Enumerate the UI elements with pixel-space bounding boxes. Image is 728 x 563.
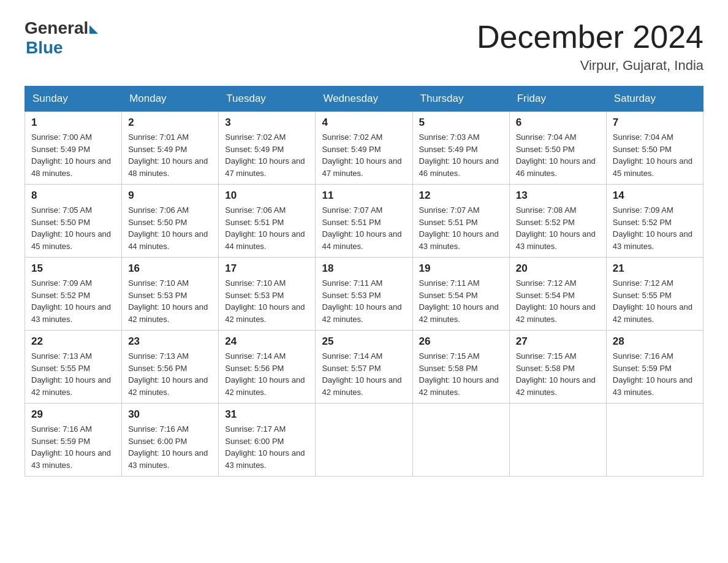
table-row: 26Sunrise: 7:15 AMSunset: 5:58 PMDayligh… <box>412 331 509 404</box>
day-info: Sunrise: 7:13 AMSunset: 5:55 PMDaylight:… <box>31 350 115 398</box>
day-info: Sunrise: 7:10 AMSunset: 5:53 PMDaylight:… <box>225 277 309 325</box>
day-number: 2 <box>128 117 212 129</box>
table-row: 30Sunrise: 7:16 AMSunset: 6:00 PMDayligh… <box>122 404 219 477</box>
day-number: 19 <box>419 262 503 275</box>
table-row: 29Sunrise: 7:16 AMSunset: 5:59 PMDayligh… <box>25 404 122 477</box>
day-number: 8 <box>31 190 115 202</box>
logo-arrow-icon <box>89 25 98 34</box>
day-info: Sunrise: 7:13 AMSunset: 5:56 PMDaylight:… <box>128 350 212 398</box>
day-number: 20 <box>516 262 600 275</box>
table-row: 27Sunrise: 7:15 AMSunset: 5:58 PMDayligh… <box>509 331 606 404</box>
location-subtitle: Virpur, Gujarat, India <box>477 58 703 74</box>
table-row: 13Sunrise: 7:08 AMSunset: 5:52 PMDayligh… <box>509 185 606 258</box>
table-row: 3Sunrise: 7:02 AMSunset: 5:49 PMDaylight… <box>219 112 316 185</box>
day-number: 31 <box>225 408 309 421</box>
day-number: 1 <box>31 117 115 129</box>
day-number: 24 <box>225 335 309 348</box>
table-row <box>509 404 606 477</box>
day-info: Sunrise: 7:15 AMSunset: 5:58 PMDaylight:… <box>419 350 503 398</box>
day-info: Sunrise: 7:01 AMSunset: 5:49 PMDaylight:… <box>128 131 212 179</box>
day-number: 15 <box>31 262 115 275</box>
table-row <box>316 404 412 477</box>
logo: General Blue <box>25 18 98 58</box>
day-info: Sunrise: 7:14 AMSunset: 5:57 PMDaylight:… <box>322 350 406 398</box>
day-info: Sunrise: 7:06 AMSunset: 5:51 PMDaylight:… <box>225 204 309 252</box>
day-info: Sunrise: 7:07 AMSunset: 5:51 PMDaylight:… <box>419 204 503 252</box>
day-info: Sunrise: 7:02 AMSunset: 5:49 PMDaylight:… <box>322 131 406 179</box>
day-number: 7 <box>613 117 697 129</box>
table-row: 23Sunrise: 7:13 AMSunset: 5:56 PMDayligh… <box>122 331 219 404</box>
day-number: 3 <box>225 117 309 129</box>
day-number: 4 <box>322 117 406 129</box>
calendar-week-row: 29Sunrise: 7:16 AMSunset: 5:59 PMDayligh… <box>25 404 703 477</box>
calendar-week-row: 8Sunrise: 7:05 AMSunset: 5:50 PMDaylight… <box>25 185 703 258</box>
calendar-week-row: 15Sunrise: 7:09 AMSunset: 5:52 PMDayligh… <box>25 258 703 331</box>
day-info: Sunrise: 7:15 AMSunset: 5:58 PMDaylight:… <box>516 350 600 398</box>
calendar-header-saturday: Saturday <box>606 86 703 112</box>
day-info: Sunrise: 7:16 AMSunset: 6:00 PMDaylight:… <box>128 423 212 471</box>
day-number: 14 <box>613 190 697 202</box>
day-number: 13 <box>516 190 600 202</box>
table-row: 31Sunrise: 7:17 AMSunset: 6:00 PMDayligh… <box>219 404 316 477</box>
day-number: 25 <box>322 335 406 348</box>
table-row: 4Sunrise: 7:02 AMSunset: 5:49 PMDaylight… <box>316 112 412 185</box>
table-row: 16Sunrise: 7:10 AMSunset: 5:53 PMDayligh… <box>122 258 219 331</box>
calendar-header-tuesday: Tuesday <box>219 86 316 112</box>
day-info: Sunrise: 7:07 AMSunset: 5:51 PMDaylight:… <box>322 204 406 252</box>
day-info: Sunrise: 7:08 AMSunset: 5:52 PMDaylight:… <box>516 204 600 252</box>
day-number: 12 <box>419 190 503 202</box>
day-number: 21 <box>613 262 697 275</box>
day-number: 30 <box>128 408 212 421</box>
table-row: 9Sunrise: 7:06 AMSunset: 5:50 PMDaylight… <box>122 185 219 258</box>
table-row: 14Sunrise: 7:09 AMSunset: 5:52 PMDayligh… <box>606 185 703 258</box>
day-number: 11 <box>322 190 406 202</box>
day-info: Sunrise: 7:06 AMSunset: 5:50 PMDaylight:… <box>128 204 212 252</box>
day-info: Sunrise: 7:11 AMSunset: 5:54 PMDaylight:… <box>419 277 503 325</box>
month-title: December 2024 <box>477 18 703 55</box>
day-info: Sunrise: 7:04 AMSunset: 5:50 PMDaylight:… <box>613 131 697 179</box>
day-number: 28 <box>613 335 697 348</box>
day-number: 26 <box>419 335 503 348</box>
table-row: 6Sunrise: 7:04 AMSunset: 5:50 PMDaylight… <box>509 112 606 185</box>
table-row: 7Sunrise: 7:04 AMSunset: 5:50 PMDaylight… <box>606 112 703 185</box>
calendar-table: SundayMondayTuesdayWednesdayThursdayFrid… <box>25 86 703 477</box>
day-number: 18 <box>322 262 406 275</box>
table-row: 10Sunrise: 7:06 AMSunset: 5:51 PMDayligh… <box>219 185 316 258</box>
table-row <box>606 404 703 477</box>
table-row: 2Sunrise: 7:01 AMSunset: 5:49 PMDaylight… <box>122 112 219 185</box>
table-row <box>412 404 509 477</box>
day-info: Sunrise: 7:09 AMSunset: 5:52 PMDaylight:… <box>31 277 115 325</box>
table-row: 25Sunrise: 7:14 AMSunset: 5:57 PMDayligh… <box>316 331 412 404</box>
table-row: 1Sunrise: 7:00 AMSunset: 5:49 PMDaylight… <box>25 112 122 185</box>
table-row: 12Sunrise: 7:07 AMSunset: 5:51 PMDayligh… <box>412 185 509 258</box>
calendar-header-monday: Monday <box>122 86 219 112</box>
day-info: Sunrise: 7:03 AMSunset: 5:49 PMDaylight:… <box>419 131 503 179</box>
day-number: 23 <box>128 335 212 348</box>
day-info: Sunrise: 7:02 AMSunset: 5:49 PMDaylight:… <box>225 131 309 179</box>
day-info: Sunrise: 7:04 AMSunset: 5:50 PMDaylight:… <box>516 131 600 179</box>
table-row: 8Sunrise: 7:05 AMSunset: 5:50 PMDaylight… <box>25 185 122 258</box>
calendar-header-wednesday: Wednesday <box>316 86 412 112</box>
day-number: 17 <box>225 262 309 275</box>
table-row: 22Sunrise: 7:13 AMSunset: 5:55 PMDayligh… <box>25 331 122 404</box>
table-row: 21Sunrise: 7:12 AMSunset: 5:55 PMDayligh… <box>606 258 703 331</box>
calendar-header-sunday: Sunday <box>25 86 122 112</box>
day-number: 9 <box>128 190 212 202</box>
day-info: Sunrise: 7:10 AMSunset: 5:53 PMDaylight:… <box>128 277 212 325</box>
day-number: 10 <box>225 190 309 202</box>
calendar-week-row: 1Sunrise: 7:00 AMSunset: 5:49 PMDaylight… <box>25 112 703 185</box>
day-info: Sunrise: 7:14 AMSunset: 5:56 PMDaylight:… <box>225 350 309 398</box>
table-row: 18Sunrise: 7:11 AMSunset: 5:53 PMDayligh… <box>316 258 412 331</box>
calendar-header-row: SundayMondayTuesdayWednesdayThursdayFrid… <box>25 86 703 112</box>
day-number: 27 <box>516 335 600 348</box>
day-number: 22 <box>31 335 115 348</box>
table-row: 28Sunrise: 7:16 AMSunset: 5:59 PMDayligh… <box>606 331 703 404</box>
calendar-header-thursday: Thursday <box>412 86 509 112</box>
day-info: Sunrise: 7:16 AMSunset: 5:59 PMDaylight:… <box>31 423 115 471</box>
day-info: Sunrise: 7:17 AMSunset: 6:00 PMDaylight:… <box>225 423 309 471</box>
day-info: Sunrise: 7:12 AMSunset: 5:54 PMDaylight:… <box>516 277 600 325</box>
day-number: 5 <box>419 117 503 129</box>
page-header: General Blue December 2024 Virpur, Gujar… <box>25 18 703 74</box>
calendar-week-row: 22Sunrise: 7:13 AMSunset: 5:55 PMDayligh… <box>25 331 703 404</box>
day-info: Sunrise: 7:00 AMSunset: 5:49 PMDaylight:… <box>31 131 115 179</box>
